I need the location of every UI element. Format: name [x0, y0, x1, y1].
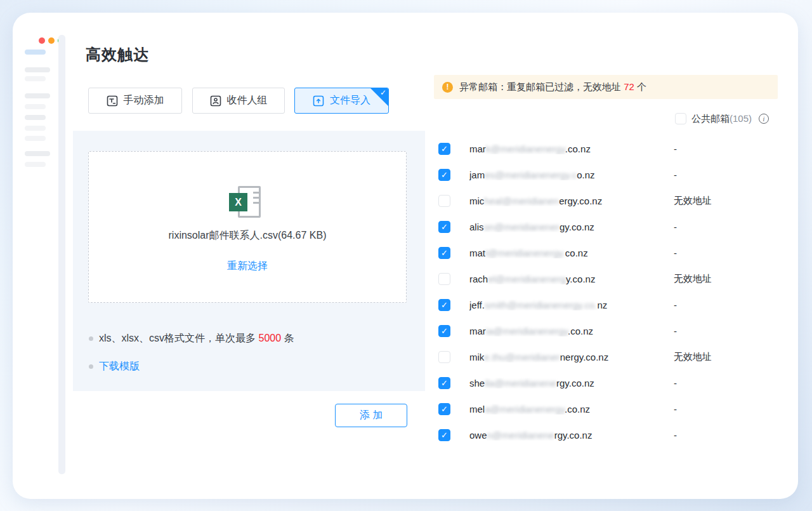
email-list: mark@meridianenergy.co.nz - james@meridi…: [438, 136, 775, 448]
email-status: -: [674, 378, 677, 388]
max-count-highlight: 5000: [259, 333, 282, 343]
skeleton-bar: [25, 76, 46, 81]
email-status: -: [674, 326, 677, 336]
email-address: james@meridianenergy.co.nz: [469, 169, 674, 180]
email-checkbox[interactable]: [438, 221, 450, 233]
email-status: -: [674, 300, 677, 310]
skeleton-bar-active: [25, 50, 46, 55]
email-address: maria@meridianenergy.co.nz: [469, 326, 674, 336]
email-checkbox[interactable]: [438, 143, 450, 155]
email-row: mike.thu@meridianernergy.co.nz 无效地址: [438, 344, 775, 370]
skeleton-bar: [25, 126, 46, 131]
email-row: micheal@meridianenergy.co.nz 无效地址: [438, 188, 775, 214]
upload-panel: X rixinsolar邮件联系人.csv(64.67 KB) 重新选择 xls…: [73, 131, 425, 391]
download-template-link[interactable]: 下载模版: [99, 360, 140, 373]
invalid-count: 72: [624, 81, 634, 92]
email-address: micheal@meridianenergy.co.nz: [469, 196, 674, 206]
blurred-email-segment: ila@meridianene: [485, 378, 556, 388]
upload-dropzone[interactable]: X rixinsolar邮件联系人.csv(64.67 KB) 重新选择: [88, 151, 407, 303]
manual-add-icon: [107, 95, 118, 107]
tab-manual-add[interactable]: 手动添加: [88, 88, 182, 114]
format-note-suffix: 条: [281, 333, 294, 343]
reselect-file-link[interactable]: 重新选择: [227, 260, 268, 273]
public-mailbox-count: (105): [730, 113, 752, 124]
page-title: 高效触达: [86, 44, 149, 65]
public-mailbox-checkbox[interactable]: [675, 113, 686, 124]
email-row: sheila@meridianenergy.co.nz -: [438, 370, 775, 396]
tab-file-import-label: 文件导入: [330, 94, 370, 107]
public-mailbox-row: 公共邮箱(105) i: [675, 112, 769, 126]
email-status: -: [674, 169, 677, 180]
email-checkbox[interactable]: [438, 195, 450, 207]
email-status: 无效地址: [674, 351, 712, 363]
email-checkbox[interactable]: [438, 429, 450, 441]
email-status: -: [674, 404, 677, 415]
email-status: -: [674, 430, 677, 441]
email-row: maria@meridianenergy.co.nz -: [438, 318, 775, 344]
format-note: xls、xlsx、csv格式文件，单次最多 5000 条: [89, 332, 294, 345]
email-address: matt@meridianenergy.co.nz: [469, 248, 674, 258]
email-status: -: [674, 248, 677, 258]
blurred-email-segment: ia@meridianenergy: [486, 326, 568, 336]
recipient-group-icon: [210, 95, 221, 107]
add-button[interactable]: 添 加: [335, 404, 407, 427]
blurred-email-segment: smith@meridianenergy.co.: [485, 300, 598, 310]
email-checkbox[interactable]: [438, 273, 450, 285]
skeleton-bar: [25, 162, 46, 167]
blurred-email-segment: el@meridianenerg: [488, 274, 566, 284]
email-checkbox[interactable]: [438, 247, 450, 259]
tab-recipient-group-label: 收件人组: [227, 94, 268, 107]
uploaded-file-name: rixinsolar邮件联系人.csv(64.67 KB): [89, 229, 406, 242]
email-address: mela@meridianenergy.co.nz: [469, 404, 674, 415]
skeleton-bar: [25, 151, 50, 156]
email-checkbox[interactable]: [438, 169, 450, 181]
blurred-email-segment: a@meridianenergy: [485, 404, 565, 415]
email-row: rachel@meridianenergy.co.nz 无效地址: [438, 266, 775, 292]
email-address: jeff.smith@meridianenergy.co.nz: [469, 300, 674, 310]
email-checkbox[interactable]: [438, 351, 450, 363]
tab-recipient-group[interactable]: 收件人组: [192, 88, 285, 114]
skeleton-bar: [25, 136, 46, 141]
email-row: matt@meridianenergy.co.nz -: [438, 240, 775, 266]
email-row: jeff.smith@meridianenergy.co.nz -: [438, 292, 775, 318]
excel-file-icon: X: [229, 186, 266, 219]
email-checkbox[interactable]: [438, 299, 450, 311]
blurred-email-segment: t@meridianenergy.: [485, 248, 565, 258]
bullet-icon: [89, 336, 93, 341]
alert-text: 异常邮箱：重复邮箱已过滤，无效地址: [459, 81, 624, 92]
email-address: mike.thu@meridianernergy.co.nz: [469, 352, 674, 362]
email-status: -: [674, 143, 677, 154]
skeleton-bar: [25, 93, 50, 98]
blurred-email-segment: heal@meridianen: [484, 196, 559, 206]
email-checkbox[interactable]: [438, 403, 450, 415]
email-address: sheila@meridianenergy.co.nz: [469, 378, 674, 388]
tab-file-import[interactable]: 文件导入 ✓: [294, 88, 389, 114]
format-note-text: xls、xlsx、csv格式文件，单次最多: [99, 333, 259, 343]
email-address: mark@meridianenergy.co.nz: [469, 143, 674, 154]
bullet-icon: [89, 364, 93, 369]
selected-check-icon: ✓: [380, 88, 386, 97]
template-note: 下载模版: [89, 360, 140, 373]
email-row: alison@meridianenergy.co.nz -: [438, 214, 775, 240]
close-window-button[interactable]: [39, 37, 45, 44]
email-row: owen@meridianenergy.co.nz -: [438, 422, 775, 448]
blurred-email-segment: on@meridianener: [484, 222, 560, 232]
email-checkbox[interactable]: [438, 325, 450, 337]
public-mailbox-label: 公共邮箱: [691, 113, 730, 124]
email-address: owen@meridianenergy.co.nz: [469, 430, 674, 441]
email-checkbox[interactable]: [438, 377, 450, 389]
email-address: rachel@meridianenergy.co.nz: [469, 274, 674, 284]
minimize-window-button[interactable]: [48, 37, 55, 44]
blurred-email-segment: e.thu@meridianer: [484, 352, 560, 362]
alert-text-suffix: 个: [634, 81, 646, 92]
skeleton-bar: [25, 115, 46, 120]
app-window: 高效触达 手动添加 收件人组 文件导入: [13, 13, 798, 499]
blurred-email-segment: k@meridianenergy: [486, 143, 565, 154]
blurred-email-segment: n@meridianene: [487, 430, 554, 441]
info-icon[interactable]: i: [759, 114, 769, 124]
email-status: 无效地址: [674, 273, 712, 285]
sidebar-divider: [58, 35, 65, 474]
email-status: -: [674, 222, 677, 232]
skeleton-bar: [25, 67, 50, 72]
email-row: james@meridianenergy.co.nz -: [438, 162, 775, 188]
